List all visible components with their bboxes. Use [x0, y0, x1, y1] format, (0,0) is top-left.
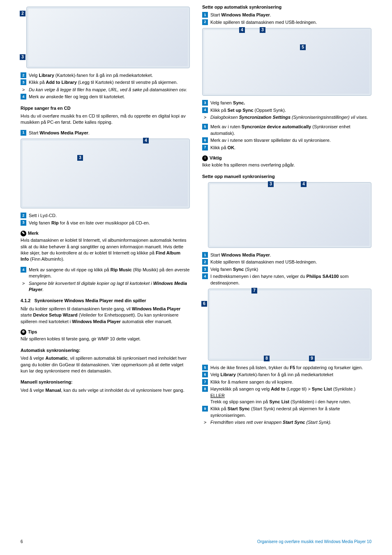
page-number: 6	[21, 539, 23, 545]
sync-intro: Når du kobler spilleren til datamaskinen…	[21, 306, 190, 325]
sm-step-3: 3 Velg fanen Sync (Synk)	[202, 266, 371, 273]
sm-step-2: 2 Koble spilleren til datamaskinen med U…	[202, 259, 371, 265]
page-footer: 6 Organisere og overføre musikk med Wind…	[21, 539, 371, 545]
sm-step-5: 5 Hvis de ikke finnes på listen, trykker…	[202, 365, 371, 371]
warning-icon: !	[202, 155, 208, 161]
sm-step-1: 1 Start Windows Media Player.	[202, 252, 371, 258]
marker-4: 4	[21, 94, 26, 99]
sa-dialog-note: > Dialogboksen Syncronization Settings (…	[202, 114, 371, 120]
sm-step-8: 8 Høyreklikk på sangen og velg Add to (L…	[202, 386, 371, 405]
rip-step-3: 3 Velg fanen Rip for å vise en liste ove…	[21, 220, 190, 226]
screenshot-sync-list: 6 7 8 9	[202, 289, 371, 361]
tips-heading: ✲ Tips	[21, 329, 190, 335]
important-heading: ! Viktig	[202, 155, 371, 161]
sa-step-6: 6 Merk av i rutene som tilsvarer spillel…	[202, 137, 371, 143]
screenshot-rip: 3 4	[21, 139, 190, 208]
screenshot-manual-sync: 3 4	[202, 182, 371, 248]
tips-body: Når spilleren kobles til første gang, gi…	[21, 336, 190, 342]
man-body: Ved å velge Manual, kan du selv velge ut…	[21, 387, 190, 393]
marker-1: 1	[21, 130, 26, 136]
section-412: 4.1.2 Synkronisere Windows Media Player …	[21, 298, 190, 304]
screenshot-sync-settings: 4 3 5	[202, 28, 371, 96]
sm-progress-note: > Fremdriften vises rett over knappen St…	[202, 419, 371, 426]
setup-man-heading: Sette opp manuell synkronisering	[202, 173, 371, 180]
auto-title: Automatisk synkronisering:	[21, 347, 190, 354]
sm-step-9: 9 Klikk på Start Sync (Start Synk) neder…	[202, 406, 371, 419]
sa-step-1: 1 Start Windows Media Player.	[202, 12, 371, 18]
auto-body: Ved å velge Automatic, vil spilleren aut…	[21, 355, 190, 374]
footer-section: Organisere og overføre musikk med Window…	[257, 539, 371, 545]
marker-3: 3	[21, 79, 26, 85]
rip-step-4: 4 Merk av sangene du vil rippe og klikk …	[21, 267, 190, 280]
sa-step-4: 4 Klikk på Set up Sync (Oppsett Synk).	[202, 107, 371, 113]
step-4: 4 Merk av ønskede filer og legg dem til …	[21, 94, 190, 100]
rip-heading: Rippe sanger fra en CD	[21, 105, 190, 111]
step-3: 3 Klikk på Add to Library (Legg til Kart…	[21, 79, 190, 86]
merk-body: Hvis datamaskinen er koblet til Internet…	[21, 237, 190, 263]
rip-step-2: 2 Sett i Lyd-CD.	[21, 213, 190, 219]
sm-step-7: 7 Klikk for å markere sangen du vil kopi…	[202, 379, 371, 385]
screenshot-library: 2 3	[21, 7, 190, 68]
sa-step-5: 5 Merk av i ruten Syncronize device auto…	[202, 124, 371, 136]
setup-auto-heading: Sette opp automatisk synkronisering	[202, 4, 371, 10]
left-column: 2 3 2 Velg Library (Kartotek)-fanen for …	[21, 4, 190, 427]
rip-step-1: 1 Start Windows Media Player.	[21, 130, 190, 136]
man-title: Manuell synkronisering:	[21, 379, 190, 385]
sm-step-4: 4 I nedtrekksmenyen i den høyre ruten, v…	[202, 273, 371, 286]
rip-note: > Sangene blir konvertert til digitale k…	[21, 280, 190, 293]
sa-step-7: 7 Klikk på OK.	[202, 145, 371, 151]
sa-step-3: 3 Velg fanen Sync.	[202, 100, 371, 106]
sa-step-2: 2 Koble spilleren til datamaskinen med U…	[202, 19, 371, 25]
note-icon: ✎	[21, 231, 26, 236]
sm-step-6: 6 Velg Library (Kartotek)-fanen for å gå…	[202, 372, 371, 378]
right-column: Sette opp automatisk synkronisering 1 St…	[202, 4, 371, 427]
marker-2: 2	[21, 72, 26, 78]
step-2: 2 Velg Library (Kartotek)-fanen for å gå…	[21, 72, 190, 79]
tips-icon: ✲	[21, 329, 26, 335]
important-body: Ikke koble fra spilleren mens overføring…	[202, 162, 371, 168]
merk-heading: ✎ Merk	[21, 230, 190, 236]
tip-line: > Du kan velge å legge til filer fra map…	[21, 87, 190, 93]
rip-intro: Hvis du vil overføre musikk fra en CD ti…	[21, 113, 190, 126]
